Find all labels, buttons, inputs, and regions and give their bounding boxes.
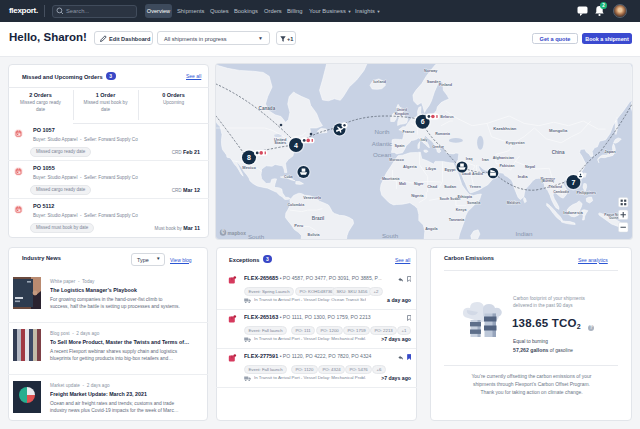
svg-text:Kyrgyzstan: Kyrgyzstan <box>506 141 525 145</box>
svg-text:Algeria: Algeria <box>403 164 417 169</box>
svg-text:States: States <box>274 140 287 145</box>
svg-text:North: North <box>374 128 390 135</box>
svg-text:Kenya: Kenya <box>456 208 467 212</box>
svg-text:7: 7 <box>571 179 575 186</box>
svg-text:France: France <box>403 130 415 134</box>
svg-text:Kazakhstan: Kazakhstan <box>493 126 517 131</box>
svg-text:Philippines: Philippines <box>576 191 596 195</box>
svg-text:Mongolia: Mongolia <box>549 128 568 133</box>
svg-text:Ocean: Ocean <box>373 151 392 158</box>
svg-text:Kingdom: Kingdom <box>395 112 409 116</box>
svg-text:Canada: Canada <box>259 106 276 111</box>
svg-text:Mali: Mali <box>399 182 406 186</box>
svg-text:China: China <box>552 150 565 155</box>
svg-text:Indian: Indian <box>516 230 533 237</box>
svg-text:South: South <box>248 233 265 240</box>
svg-text:Mauritania: Mauritania <box>382 177 400 181</box>
svg-text:Italy: Italy <box>421 138 428 142</box>
svg-text:Belarus: Belarus <box>440 115 454 119</box>
svg-text:Nigeria: Nigeria <box>411 194 424 198</box>
svg-text:Iran: Iran <box>482 158 490 162</box>
svg-text:Cuba: Cuba <box>284 175 293 179</box>
svg-text:Sudan: Sudan <box>444 184 457 189</box>
svg-text:Indonesia: Indonesia <box>563 210 583 215</box>
svg-text:Norway: Norway <box>424 69 438 73</box>
svg-text:Romania: Romania <box>435 132 450 136</box>
svg-text:Morocco: Morocco <box>389 158 404 162</box>
svg-text:Atlantic: Atlantic <box>372 140 392 147</box>
svg-text:Niger: Niger <box>414 182 424 186</box>
svg-text:Spain: Spain <box>395 144 406 148</box>
svg-text:mapbox: mapbox <box>228 231 247 236</box>
svg-text:Brazil: Brazil <box>312 216 325 221</box>
svg-text:South: South <box>382 232 399 239</box>
svg-text:Cambodia: Cambodia <box>553 190 569 194</box>
svg-text:Iraq: Iraq <box>466 157 473 161</box>
svg-text:Nepal: Nepal <box>525 165 535 169</box>
svg-text:Greece: Greece <box>432 145 444 149</box>
svg-text:Libya: Libya <box>425 166 436 171</box>
svg-text:Tanzania: Tanzania <box>449 218 465 222</box>
svg-text:Peru: Peru <box>294 223 303 228</box>
svg-text:Ethiopia: Ethiopia <box>458 195 473 199</box>
svg-text:Colombia: Colombia <box>287 203 305 207</box>
svg-text:4: 4 <box>294 142 298 149</box>
svg-text:Egypt: Egypt <box>444 167 456 172</box>
svg-text:(Burma): (Burma) <box>541 179 554 183</box>
svg-text:Bolivia: Bolivia <box>308 233 321 237</box>
svg-text:Iceland: Iceland <box>373 80 386 84</box>
svg-text:Somalia: Somalia <box>467 201 480 205</box>
svg-text:Yemen: Yemen <box>470 185 481 189</box>
svg-text:Thailand: Thailand <box>548 185 562 189</box>
svg-text:Angola: Angola <box>425 227 438 231</box>
svg-text:8: 8 <box>247 154 251 161</box>
svg-text:Japan: Japan <box>604 149 616 154</box>
svg-text:Afghanistan: Afghanistan <box>493 156 515 160</box>
svg-text:Pakistan: Pakistan <box>499 164 515 168</box>
svg-text:Maldives: Maldives <box>507 201 521 205</box>
svg-text:Venezuela: Venezuela <box>303 196 322 200</box>
svg-text:Chad: Chad <box>427 184 438 189</box>
svg-text:India: India <box>518 174 528 179</box>
svg-text:6: 6 <box>421 118 425 125</box>
svg-text:Finland: Finland <box>439 83 453 87</box>
